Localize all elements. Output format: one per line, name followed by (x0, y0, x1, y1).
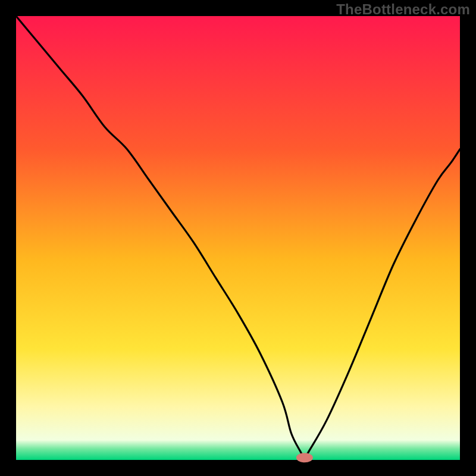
bottleneck-chart (0, 0, 476, 476)
chart-background-gradient (16, 16, 460, 460)
watermark-text: TheBottleneck.com (336, 1, 470, 18)
optimal-point-marker (296, 453, 313, 462)
